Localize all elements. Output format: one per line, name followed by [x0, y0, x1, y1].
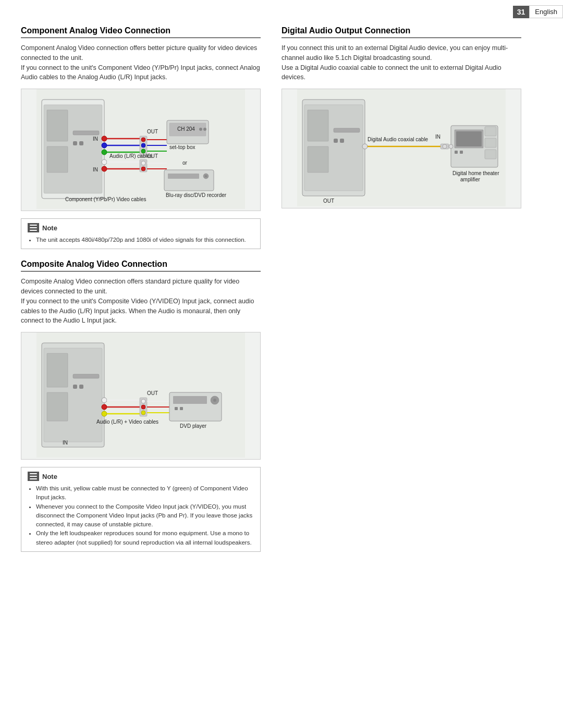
component-diagram-box: IN IN [21, 89, 261, 211]
page-header: 31 English [513, 5, 563, 18]
svg-rect-50 [47, 353, 68, 387]
svg-rect-98 [485, 127, 496, 136]
component-body-line2: If you connect to the unit's Component V… [21, 64, 260, 81]
composite-note-list: With this unit, yellow cable must be con… [28, 484, 254, 547]
composite-note-item-2: Whenever you connect to the Composite Vi… [36, 502, 254, 529]
svg-rect-52 [73, 374, 99, 378]
svg-rect-82 [308, 146, 328, 172]
svg-point-56 [102, 404, 107, 410]
svg-rect-81 [308, 110, 328, 141]
svg-point-22 [141, 143, 145, 147]
svg-point-63 [141, 399, 145, 403]
svg-text:Audio (L/R) + Video cables: Audio (L/R) + Video cables [96, 419, 158, 425]
svg-point-43 [205, 175, 207, 177]
note-icon-composite [28, 472, 39, 481]
main-content: Component Analog Video Connection Compon… [0, 0, 563, 583]
svg-rect-41 [168, 174, 199, 179]
component-note-box: Note The unit accepts 480i/480p/720p and… [21, 218, 261, 249]
composite-note-item-1: With this unit, yellow cable must be con… [36, 484, 254, 502]
svg-rect-74 [175, 407, 178, 410]
svg-rect-40 [164, 170, 214, 191]
svg-rect-3 [47, 110, 68, 141]
svg-rect-99 [485, 138, 496, 147]
svg-text:Blu-ray disc/DVD recorder: Blu-ray disc/DVD recorder [166, 192, 227, 198]
component-note-header: Note [28, 223, 254, 232]
svg-point-73 [213, 399, 216, 402]
composite-diagram-svg: IN OUT [21, 332, 260, 458]
svg-point-21 [141, 138, 145, 142]
svg-rect-83 [334, 128, 360, 132]
svg-point-55 [102, 398, 107, 403]
svg-rect-95 [455, 151, 458, 154]
svg-text:CH 204: CH 204 [177, 126, 195, 132]
svg-text:IN: IN [93, 167, 98, 172]
svg-rect-100 [485, 150, 496, 159]
svg-text:Audio (L/R) cables: Audio (L/R) cables [109, 153, 152, 159]
svg-rect-5 [73, 131, 99, 135]
svg-point-26 [141, 167, 145, 171]
component-section: Component Analog Video Connection Compon… [21, 26, 261, 249]
set-top-label: set-top box [169, 144, 195, 150]
svg-point-90 [443, 144, 447, 149]
svg-rect-84 [334, 139, 338, 143]
svg-text:Digital Audio coaxial cable: Digital Audio coaxial cable [368, 137, 429, 142]
svg-text:Digital home theater: Digital home theater [452, 170, 499, 176]
component-note-item-1: The unit accepts 480i/480p/720p and 1080… [36, 236, 254, 244]
svg-point-97 [449, 144, 453, 149]
digital-title: Digital Audio Output Connection [282, 26, 521, 38]
composite-note-header: Note [28, 472, 254, 481]
svg-rect-96 [460, 151, 463, 154]
svg-point-23 [141, 149, 145, 153]
svg-point-37 [199, 128, 202, 131]
svg-text:DVD player: DVD player [180, 423, 207, 429]
svg-point-64 [141, 405, 145, 409]
svg-text:or: or [182, 160, 188, 166]
composite-body: Composite Analog Video connection offers… [21, 277, 261, 326]
svg-rect-6 [73, 141, 77, 145]
composite-diagram-box: IN OUT [21, 332, 261, 460]
svg-rect-7 [79, 141, 83, 145]
page-language: English [529, 5, 563, 18]
svg-point-11 [102, 159, 107, 165]
svg-point-25 [141, 161, 145, 165]
svg-rect-51 [47, 392, 68, 421]
digital-section: Digital Audio Output Connection If you c… [282, 26, 521, 208]
composite-title: Composite Analog Video Connection [21, 260, 261, 272]
svg-point-9 [102, 143, 107, 148]
composite-section: Composite Analog Video Connection Compos… [21, 260, 261, 552]
digital-diagram-svg: OUT IN [282, 89, 521, 206]
svg-text:OUT: OUT [147, 129, 158, 134]
svg-text:IN: IN [63, 440, 68, 446]
component-note-list: The unit accepts 480i/480p/720p and 1080… [28, 236, 254, 244]
svg-point-12 [102, 166, 107, 171]
digital-body-line1: If you connect this unit to an external … [282, 44, 508, 61]
svg-rect-85 [340, 139, 344, 143]
right-column: Digital Audio Output Connection If you c… [282, 26, 521, 562]
svg-text:IN: IN [93, 136, 98, 142]
digital-body: If you connect this unit to an external … [282, 43, 521, 82]
svg-point-86 [362, 144, 368, 149]
component-body-line1: Component Analog Video connection offers… [21, 44, 257, 61]
svg-text:OUT: OUT [323, 198, 334, 204]
svg-point-10 [102, 150, 107, 155]
svg-point-38 [203, 128, 206, 131]
svg-rect-54 [79, 385, 83, 389]
svg-text:Component (Y/Pb/Pr) Video cabl: Component (Y/Pb/Pr) Video cables [65, 196, 146, 202]
svg-text:OUT: OUT [147, 390, 158, 396]
composite-body-line1: Composite Analog Video connection offers… [21, 278, 239, 295]
svg-text:amplifier: amplifier [460, 177, 480, 182]
svg-rect-75 [180, 407, 183, 410]
svg-point-65 [141, 411, 145, 415]
page-number: 31 [513, 6, 530, 18]
component-diagram-svg: IN IN [21, 89, 260, 209]
svg-text:IN: IN [435, 134, 440, 140]
svg-rect-53 [73, 385, 77, 389]
composite-body-line2: If you connect to the unit's Composite V… [21, 298, 254, 325]
digital-diagram-box: OUT IN [282, 89, 521, 208]
composite-note-item-3: Only the left loudspeaker reproduces sou… [36, 529, 254, 547]
component-note-label: Note [42, 224, 57, 232]
digital-body-line2: Use a Digital Audio coaxial cable to con… [282, 64, 501, 81]
svg-rect-94 [456, 131, 482, 146]
svg-point-8 [102, 136, 107, 141]
note-icon-component [28, 223, 39, 232]
